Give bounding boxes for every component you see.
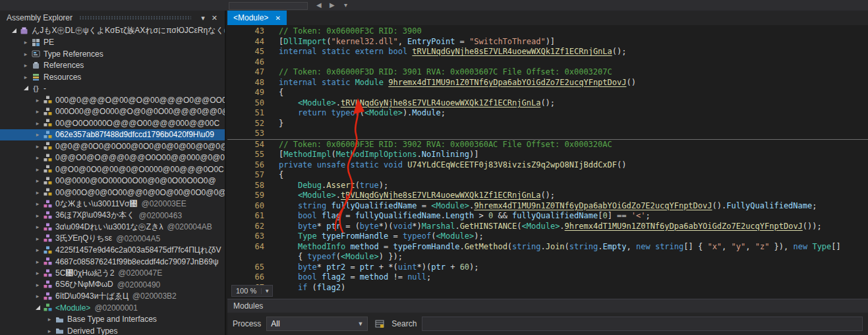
list-options-icon[interactable] [373, 317, 386, 330]
tree-item[interactable]: ▸References [0, 60, 225, 72]
tree-item[interactable]: ▸00@00O@0@0O00@@0@0O@00@0O0@0@ [0, 187, 225, 198]
process-combobox[interactable]: All ▼ [266, 317, 368, 331]
expander-icon[interactable]: ▸ [33, 176, 42, 185]
expander-icon[interactable]: ▸ [21, 38, 30, 47]
code-line: 49{ [227, 88, 868, 98]
expander-icon[interactable]: ▸ [45, 315, 54, 324]
expander-icon[interactable]: ▸ [21, 49, 30, 59]
chevron-down-icon[interactable]: ▾ [198, 14, 208, 22]
tab-close-icon[interactable]: ✕ [275, 15, 280, 22]
tree-item[interactable]: ▸00@O0O0000O@@@O00@@@000@@00C [0, 117, 225, 129]
expander-icon[interactable]: ▸ [33, 142, 42, 151]
close-icon[interactable]: ✕ [208, 14, 221, 22]
tree-item[interactable]: ▸4687c085876241f99b8ecddf4dc79097JnB69ψ [0, 256, 225, 268]
tree-item[interactable]: ▸36ほ7Xβ\u0943か本く@02000463 [0, 210, 225, 222]
nav-forward-icon[interactable]: ▶ [330, 1, 335, 10]
tree-item[interactable]: ▸5С㄄0χHω紀う2@0200047E [0, 268, 225, 280]
tree-item-token-address: @020003EE [138, 199, 187, 208]
line-number: 57 [227, 170, 275, 181]
tree-item[interactable]: ▸4225f1457e9d46c2a003a58475df7fc4ПЦれζδV [0, 245, 225, 257]
tree-item-token-address: @020004AB [163, 222, 212, 231]
expander-icon[interactable]: ▸ [21, 73, 30, 82]
tree-item-label: <Module> [53, 303, 90, 313]
expander-icon[interactable]: ▸ [33, 153, 42, 162]
code-text [275, 57, 279, 68]
tree-item[interactable]: ▸0@O0@0O0@00@0@O0000@00@@@0O0C [0, 164, 225, 175]
nav-back-icon[interactable]: ◀ [316, 1, 322, 10]
tree-item-label: 0@0@@0O0@0O00@0O0@0@0@00@0@0@ [53, 142, 225, 151]
zoom-control[interactable]: 100 % ▼ [231, 285, 273, 297]
code-line: 59 <Module>.tRVLNqdGyNjhe8sE7VLR4uoewWXQ… [227, 191, 868, 201]
code-text: MethodInfo method = typeFromHandle.GetMe… [275, 242, 841, 253]
tree-item-token-address: @0200047E [114, 268, 162, 278]
tree-item-label: 4687c085876241f99b8ecddf4dc79097JnB69ψ [53, 257, 218, 266]
class-grey-icon [42, 154, 53, 162]
expander-icon[interactable]: ▸ [33, 130, 42, 139]
expander-icon[interactable] [9, 26, 18, 36]
expander-icon[interactable]: ▸ [21, 61, 30, 70]
tree-item[interactable]: ▸6ītD\u0943и〸ばゑЦ@020003B2 [0, 291, 225, 303]
tree-item[interactable]: ▸0@0@@0O0@0O00@0O0@0@0@00@0@0@ [0, 140, 225, 152]
line-number: 61 [227, 211, 275, 222]
history-dropdown-icon[interactable]: ▾ [344, 1, 347, 10]
tree-item[interactable]: ▸Type References [0, 48, 225, 60]
expander-icon[interactable]: ▸ [33, 107, 42, 116]
toolbar-combobox[interactable] [229, 2, 308, 10]
code-editor[interactable]: 43// Token: 0x06000F3C RID: 390044[DllIm… [227, 25, 868, 299]
expander-icon[interactable] [21, 84, 30, 93]
tree-item[interactable]: ▸000@0@@@O@00@O@00@@@O0@@OO0@@ [0, 94, 225, 106]
expander-icon[interactable]: ▸ [33, 234, 42, 243]
expander-icon[interactable]: ▸ [33, 268, 42, 278]
code-line: 43// Token: 0x06000F3C RID: 3900 [227, 26, 868, 37]
class-grey-icon [42, 177, 53, 185]
code-text: private unsafe static void U74YLdCEqWcEE… [275, 160, 626, 171]
tree-item[interactable]: ▸3α\u094Dれい\u3001な㊥Zきλ@020004AB [0, 222, 225, 233]
tree-item-label: 6ītD\u0943и〸ばゑЦ [53, 291, 129, 302]
expander-icon[interactable]: ▸ [33, 211, 42, 220]
line-number: 62 [227, 222, 275, 232]
expander-icon[interactable]: ▸ [33, 199, 42, 208]
code-text: Type typeFromHandle = typeof(<Module>); [275, 231, 484, 242]
tree-item[interactable]: ▸Base Type and Interfaces [0, 314, 225, 326]
expander-icon[interactable]: ▸ [33, 188, 42, 197]
zoom-dropdown-icon[interactable]: ▼ [261, 288, 272, 294]
class-purple-icon [42, 223, 53, 231]
expander-icon[interactable]: ▸ [33, 291, 42, 301]
tree-item[interactable]: ▸062e357ab87f488d9dfccd1796b0420f9H\u09 [0, 129, 225, 141]
expander-icon[interactable]: ▸ [33, 119, 42, 128]
expander-icon[interactable] [33, 303, 42, 313]
expander-icon[interactable]: ▸ [45, 326, 54, 335]
tree-item[interactable]: ▸000O00@@O000@O@0@0O00@@@0@@0@ [0, 106, 225, 118]
code-text: { [275, 170, 283, 181]
expander-icon[interactable]: ▸ [33, 165, 42, 174]
tree-item[interactable]: ▸Derived Types [0, 325, 225, 335]
line-number: 66 [227, 272, 275, 283]
search-input[interactable] [422, 317, 863, 331]
tree-item-label: 3氏УEηQりちsε [53, 233, 112, 244]
expander-icon[interactable]: ▸ [33, 257, 42, 266]
code-line: 44[DllImport("kernel32.dll", EntryPoint … [227, 37, 868, 47]
assembly-explorer-panel: Assembly Explorer ▾ ✕ んJもX㊥DL㊥ψくよKσБτζ族A… [0, 11, 226, 335]
tree-item[interactable]: ▸PE [0, 37, 225, 49]
expander-icon[interactable]: ▸ [33, 96, 42, 105]
code-text: <Module>.tRVLNqdGyNjhe8sE7VLR4uoewWXQk1Z… [275, 98, 555, 109]
tree-item[interactable]: んJもX㊥DL㊥ψくよKσБτζ族AXれσにπσЮJСεRηなく㊂ [0, 25, 225, 37]
modules-panel: Modules Process All ▼ Search [227, 299, 868, 335]
tree-item[interactable]: ▸0なЖまい\u30011Vσ㄄@020003EE [0, 198, 225, 210]
typeref-icon [30, 49, 42, 58]
tab-module[interactable]: <Module> ✕ [227, 11, 287, 25]
tree-item[interactable]: ▸6S6ひNφMΦωD@02000490 [0, 279, 225, 291]
assembly-tree[interactable]: んJもX㊥DL㊥ψくよKσБτζ族AXれσにπσЮJСεRηなく㊂▸PE▸Typ… [0, 25, 225, 335]
tree-item[interactable]: ▸00@0000@0O000O0O00@0@0O00O0O0@ [0, 175, 225, 187]
code-lines: 43// Token: 0x06000F3C RID: 390044[DllIm… [227, 26, 868, 293]
tree-item[interactable]: {}- [0, 83, 225, 95]
combo-arrow-icon: ▼ [357, 320, 363, 327]
tree-item[interactable]: <Module>@02000001 [0, 302, 225, 314]
tree-item-label: Base Type and Interfaces [65, 315, 157, 324]
expander-icon[interactable]: ▸ [33, 280, 42, 289]
tree-item[interactable]: ▸3氏УEηQりちsε@020004A5 [0, 233, 225, 245]
tree-item[interactable]: ▸0@@O0@O@@@0@@O0O00@@000@0@00 [0, 152, 225, 164]
tree-item[interactable]: ▸Resources [0, 71, 225, 83]
expander-icon[interactable]: ▸ [33, 222, 42, 231]
expander-icon[interactable]: ▸ [33, 245, 42, 255]
